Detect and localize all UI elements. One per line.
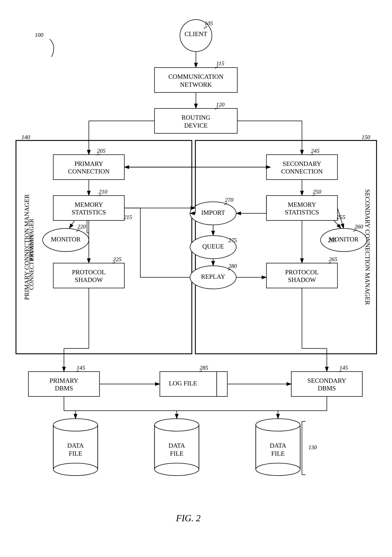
- pcm-rotated-label: PRIMARY CONNECTION MANAGER: [23, 194, 30, 300]
- svg-point-37: [53, 419, 98, 431]
- primary-dbms-label: PRIMARY: [49, 377, 78, 384]
- data-file-1-label2: FILE: [69, 450, 82, 457]
- ref-255-pos: 255: [328, 237, 336, 243]
- replay-label: REPLAY: [201, 273, 225, 280]
- data-file-2: DATA FILE: [154, 419, 199, 475]
- monitor-primary-label: MONITOR: [51, 236, 80, 243]
- ref-245: 245: [311, 147, 320, 154]
- ref-145-primary: 145: [77, 364, 85, 371]
- comm-network-label: COMMUNICATION: [168, 73, 224, 80]
- protocol-shadow-primary-label2: SHADOW: [75, 276, 103, 283]
- secondary-connection-label2: CONNECTION: [281, 168, 323, 175]
- data-file-3-label2: FILE: [271, 450, 285, 457]
- ref-215: 215: [124, 214, 132, 220]
- log-file-label: LOG FILE: [169, 380, 197, 387]
- svg-point-48: [256, 463, 300, 475]
- memory-stats-primary-label2: STATISTICS: [72, 209, 106, 216]
- ref-210: 210: [99, 188, 107, 195]
- ref-115: 115: [216, 60, 224, 66]
- svg-point-47: [256, 419, 300, 431]
- ref-130: 130: [308, 444, 317, 451]
- svg-point-43: [154, 463, 199, 475]
- ref-225: 225: [113, 256, 121, 262]
- ref-265: 265: [329, 256, 337, 262]
- data-file-1-label: DATA: [67, 442, 84, 449]
- data-file-2-label2: FILE: [170, 450, 184, 457]
- primary-dbms-label2: DBMS: [55, 385, 73, 392]
- import-label: IMPORT: [201, 209, 225, 216]
- memory-stats-secondary-label2: STATISTICS: [285, 209, 319, 216]
- comm-network-label2: NETWORK: [180, 81, 212, 88]
- secondary-connection-label: SECONDARY: [283, 160, 321, 167]
- data-file-3-label: DATA: [270, 442, 286, 449]
- ref-285: 285: [200, 364, 208, 371]
- ref-275: 275: [228, 237, 237, 243]
- log-file-tab: [217, 372, 227, 396]
- primary-connection-label: PRIMARY: [74, 160, 103, 167]
- ref-140: 140: [22, 134, 30, 140]
- ref-150: 150: [362, 134, 370, 140]
- data-file-2-label: DATA: [168, 442, 185, 449]
- ref-270: 270: [225, 197, 233, 203]
- svg-point-42: [154, 419, 199, 431]
- ref-220: 220: [77, 223, 86, 230]
- scm-rotated-label: SECONDARY CONNECTION MANAGER: [364, 189, 371, 305]
- ref-105: 105: [204, 20, 213, 26]
- ref-260: 260: [354, 223, 363, 230]
- queue-label: QUEUE: [202, 243, 224, 250]
- secondary-dbms-label2: DBMS: [318, 385, 336, 392]
- protocol-shadow-primary-label: PROTOCOL: [72, 269, 105, 276]
- primary-connection-label2: CONNECTION: [68, 168, 110, 175]
- data-file-3: DATA FILE: [256, 419, 300, 475]
- client-label: CLIENT: [184, 30, 207, 38]
- ref-145-secondary: 145: [339, 364, 348, 371]
- memory-stats-secondary-label: MEMORY: [288, 201, 316, 208]
- ref-280: 280: [228, 263, 237, 269]
- ref-120: 120: [216, 101, 224, 108]
- fig-label: FIG. 2: [176, 513, 201, 523]
- ref-250: 250: [313, 188, 321, 195]
- diagram-container: 100 CLIENT 105 COMMUNICATION NETWORK 115…: [0, 0, 392, 557]
- data-file-1: DATA FILE: [53, 419, 98, 475]
- routing-device-label: ROUTING: [182, 114, 210, 121]
- memory-stats-primary-label: MEMORY: [75, 201, 103, 208]
- protocol-shadow-secondary-label2: SHADOW: [288, 276, 316, 283]
- routing-device-label2: DEVICE: [184, 122, 208, 129]
- ref-100: 100: [35, 32, 43, 38]
- secondary-dbms-label: SECONDARY: [307, 377, 346, 384]
- ref-205: 205: [97, 147, 105, 154]
- svg-point-38: [53, 463, 98, 475]
- protocol-shadow-secondary-label: PROTOCOL: [285, 269, 319, 276]
